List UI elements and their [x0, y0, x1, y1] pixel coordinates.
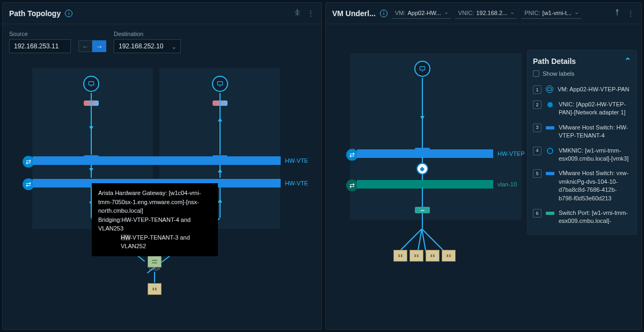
info-icon[interactable]: i [380, 10, 387, 17]
source-input[interactable] [9, 39, 71, 53]
endpoint-node[interactable]: ⇄ [346, 179, 358, 191]
physical-switch[interactable] [409, 250, 423, 262]
destination-label: Destination [114, 31, 181, 37]
bar-blue-icon [546, 124, 554, 132]
link-line [91, 163, 92, 178]
endpoint-node[interactable]: ⇄ [346, 149, 358, 161]
kebab-menu-icon[interactable]: ⋮ [626, 9, 635, 18]
detail-text: VNIC: [App02-HW-VTEP-PAN]-[Network adapt… [559, 100, 631, 117]
link-line [219, 186, 221, 218]
show-labels-checkbox[interactable] [533, 70, 539, 77]
vm-ring-icon [546, 85, 553, 93]
tooltip: Arista Hardware Gateway: [w1c04-vrni-tmm… [92, 183, 218, 256]
detail-text: VMKNIC: [w1-vrni-tmm-esx009.cmbu.local]-… [559, 147, 631, 163]
info-icon[interactable]: i [65, 10, 72, 17]
bar-teal-icon [546, 209, 554, 218]
svg-rect-7 [420, 67, 425, 70]
kebab-menu-icon[interactable]: ⋮ [306, 9, 315, 18]
vtep-switch[interactable]: VTEP [148, 256, 162, 268]
bar-label: HW-VTEP [497, 150, 525, 157]
dot-blue-icon [546, 100, 554, 109]
bar-blue-icon [546, 169, 554, 178]
vtep-label: VTEP [149, 267, 160, 272]
link-line [422, 78, 423, 148]
network-bar[interactable]: HW-VTE [33, 156, 281, 165]
link-line [422, 213, 423, 228]
network-bar[interactable]: HW-VTEP [357, 149, 493, 158]
svg-rect-3 [217, 82, 222, 85]
vm-icon[interactable] [414, 61, 430, 77]
step-number: 4 [533, 147, 541, 155]
detail-text: VM: App02-HW-VTEP-PAN [558, 85, 631, 94]
details-title: Path Details [533, 57, 576, 66]
source-group: Source [9, 31, 71, 53]
vm-dropdown[interactable]: VM:App02-HW... [392, 8, 451, 19]
link-line [422, 174, 423, 180]
path-details-panel: Path Details ⌃ Show labels 1VM: App02-HW… [527, 50, 637, 235]
vnic-dropdown[interactable]: VNIC:192.168.2... [455, 8, 517, 19]
collapse-icon[interactable]: ⌃ [624, 56, 631, 66]
detail-item[interactable]: 3VMware Host Switch: HW-VTEP-TENANT-4 [533, 120, 631, 143]
direction-toggle: ← → [78, 40, 106, 52]
link-line [91, 93, 92, 155]
direction-left-button[interactable]: ← [78, 40, 92, 52]
link-line [154, 272, 155, 283]
path-topology-panel: Path Topology i ⋮ Source ← → Destination [2, 2, 322, 330]
tooltip-line: Arista Hardware Gateway: [w1c04-vrni-tmm… [98, 189, 211, 215]
physical-switch[interactable] [393, 250, 407, 262]
vm-icon[interactable] [83, 76, 99, 92]
direction-right-button[interactable]: → [92, 40, 106, 52]
left-canvas[interactable]: ⇄ HW-VTE ⇄ HW-VTE VTEP Arista Hardwa [3, 60, 321, 329]
physical-switch[interactable] [442, 250, 456, 262]
show-labels-text: Show labels [543, 70, 574, 77]
link-line [219, 93, 221, 155]
detail-item[interactable]: 4VMKNIC: [w1-vrni-tmm-esx009.cmbu.local]… [533, 143, 631, 167]
left-panel-header: Path Topology i ⋮ [3, 3, 321, 24]
step-number: 1 [533, 85, 541, 94]
detail-item[interactable]: 2VNIC: [App02-HW-VTEP-PAN]-[Network adap… [533, 97, 631, 120]
physical-switch[interactable] [426, 250, 440, 262]
physical-switch[interactable] [148, 283, 162, 295]
topo-card [350, 53, 522, 220]
step-number: 2 [533, 100, 541, 109]
step-number: 5 [533, 169, 541, 178]
pnic-dropdown[interactable]: PNIC:[w1-vrni-t... [521, 8, 581, 19]
destination-group: Destination [114, 31, 181, 53]
bar-label: HW-VTE [285, 157, 308, 164]
ring-blue-icon [546, 147, 554, 155]
vlan-bar[interactable]: vlan-10 [357, 180, 493, 189]
switch-port-node[interactable] [415, 207, 430, 213]
vm-underlay-panel: VM Underl... i VM:App02-HW... VNIC:192.1… [325, 2, 642, 330]
show-labels-row[interactable]: Show labels [533, 70, 631, 77]
step-number: 3 [533, 124, 541, 132]
detail-item[interactable]: 1VM: App02-HW-VTEP-PAN [533, 82, 631, 97]
pin-icon[interactable] [612, 8, 622, 19]
detail-text: VMware Host Switch: vxw-vmknicPg-dvs-104… [559, 169, 631, 203]
details-title-row: Path Details ⌃ [533, 56, 631, 66]
bar-label: HW-VTE [285, 180, 308, 186]
detail-item[interactable]: 5VMware Host Switch: vxw-vmknicPg-dvs-10… [533, 166, 631, 206]
detail-text: VMware Host Switch: HW-VTEP-TENANT-4 [559, 124, 631, 140]
pin-icon[interactable] [292, 8, 302, 19]
link-line [422, 188, 423, 207]
tooltip-line: HW-VTEP-TENANT-3 and VLAN252 [98, 233, 211, 251]
tooltip-line: Bridging:HW-VTEP-TENANT-4 and VLAN253 [98, 215, 211, 233]
source-label: Source [9, 31, 71, 37]
destination-input[interactable] [114, 39, 181, 53]
bar-label: vlan-10 [497, 181, 517, 187]
right-panel-title: VM Underl... [332, 9, 376, 18]
svg-rect-1 [89, 82, 93, 85]
vm-icon[interactable] [212, 76, 228, 92]
vmknic-node[interactable]: ◆ [416, 163, 428, 175]
detail-item[interactable]: 6Switch Port: [w1-vrni-tmm-esx009.cmbu.l… [533, 206, 631, 229]
step-number: 6 [533, 209, 541, 218]
left-panel-title: Path Topology [9, 9, 61, 18]
controls-row: Source ← → Destination [3, 24, 321, 60]
right-panel-header: VM Underl... i VM:App02-HW... VNIC:192.1… [326, 3, 641, 24]
details-list: 1VM: App02-HW-VTEP-PAN2VNIC: [App02-HW-V… [533, 82, 631, 229]
detail-text: Switch Port: [w1-vrni-tmm-esx009.cmbu.lo… [559, 209, 631, 226]
right-canvas[interactable]: ⇄ HW-VTEP ◆ ⇄ vlan-10 [326, 24, 641, 329]
link-line [219, 163, 221, 178]
